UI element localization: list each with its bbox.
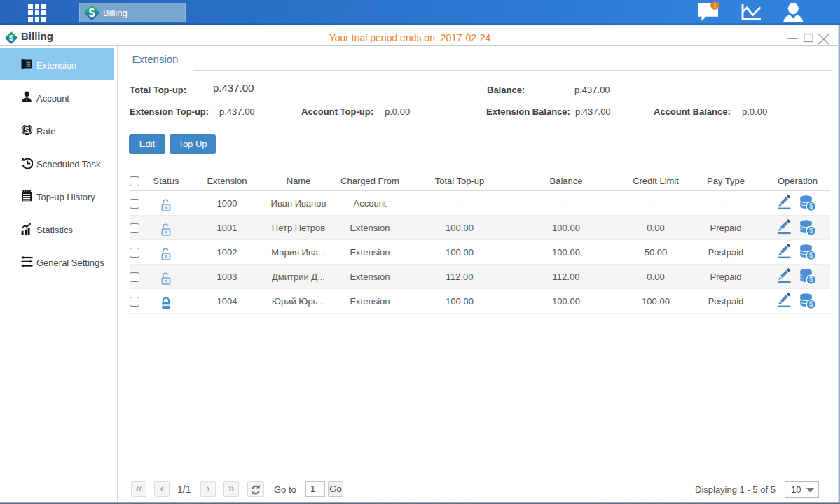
svg-text:$: $	[25, 126, 29, 134]
svg-text:$: $	[809, 202, 813, 210]
svg-text:$: $	[809, 300, 813, 308]
svg-text:$: $	[89, 7, 95, 19]
svg-text:$: $	[809, 251, 813, 259]
svg-text:$: $	[809, 276, 813, 284]
svg-text:!: !	[714, 2, 716, 9]
svg-text:$: $	[809, 227, 813, 234]
